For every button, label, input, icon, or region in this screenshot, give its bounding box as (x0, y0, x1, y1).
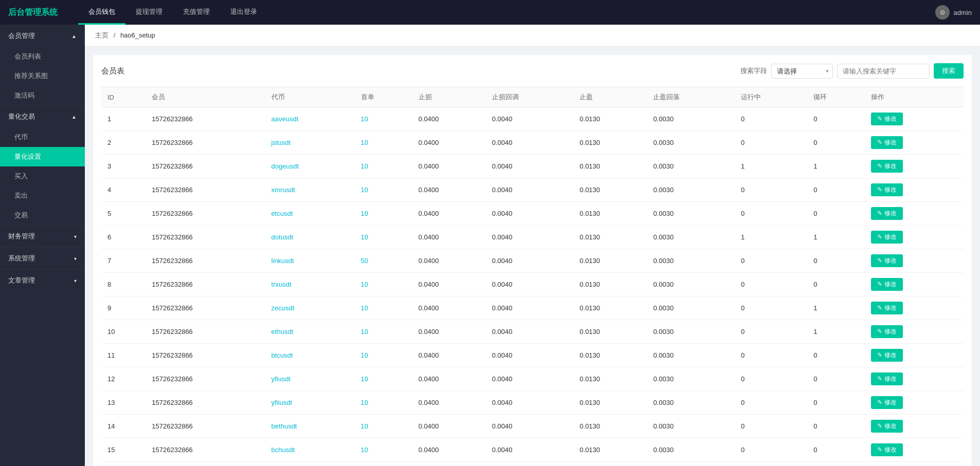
sidebar-group-article[interactable]: 文章管理 ▾ (0, 269, 85, 291)
cell-stop-loss-callback: 0.0040 (486, 415, 574, 438)
cell-id: 9 (101, 296, 146, 320)
cell-first-order: 10 (355, 155, 412, 178)
avatar: ⊙ (935, 5, 950, 20)
table-row: 13 15726232866 yfiiusdt 10 0.0400 0.0040… (101, 391, 964, 415)
cell-take-profit-callback: 0.0030 (647, 415, 735, 438)
cell-stop-loss-callback: 0.0040 (486, 296, 574, 320)
cell-cycle: 1 (807, 320, 865, 344)
sidebar-item-activation-code[interactable]: 激活码 (0, 86, 85, 105)
cell-cycle: 0 (807, 344, 865, 367)
edit-button[interactable]: ✎ 修改 (871, 325, 902, 338)
cell-take-profit: 0.0130 (573, 155, 647, 178)
sidebar: 会员管理 ▲ 会员列表 推荐关系图 激活码 量化交易 ▲ 代币 量化设置 买入 … (0, 25, 85, 466)
cell-stop-loss-callback: 0.0040 (486, 391, 574, 415)
cell-running: 0 (735, 415, 807, 438)
search-input[interactable] (837, 64, 930, 79)
search-button[interactable]: 搜索 (934, 63, 964, 79)
sidebar-group-member[interactable]: 会员管理 ▲ (0, 25, 85, 47)
sidebar-group-system-label: 系统管理 (8, 254, 35, 263)
cell-cycle: 0 (807, 178, 865, 202)
nav-item-wallet[interactable]: 会员钱包 (78, 0, 125, 25)
cell-stop-loss-callback: 0.0040 (486, 178, 574, 202)
cell-action: ✎ 修改 (865, 178, 964, 202)
nav-item-recharge[interactable]: 充值管理 (173, 0, 220, 25)
nav-item-logout[interactable]: 退出登录 (220, 0, 267, 25)
cell-take-profit-callback: 0.0030 (647, 273, 735, 296)
cell-take-profit-callback: 0.0030 (647, 367, 735, 391)
sidebar-group-system-arrow: ▾ (74, 256, 77, 262)
cell-running: 0 (735, 131, 807, 155)
sidebar-item-referral-graph[interactable]: 推荐关系图 (0, 66, 85, 86)
cell-take-profit: 0.0130 (573, 249, 647, 273)
sidebar-group-system[interactable]: 系统管理 ▾ (0, 247, 85, 269)
sidebar-group-finance[interactable]: 财务管理 ▾ (0, 225, 85, 247)
cell-running: 0 (735, 107, 807, 131)
cell-cycle: 0 (807, 107, 865, 131)
sidebar-group-article-arrow: ▾ (74, 278, 77, 284)
cell-running: 0 (735, 367, 807, 391)
sidebar-group-article-label: 文章管理 (8, 276, 35, 285)
cell-action: ✎ 修改 (865, 415, 964, 438)
cell-cycle: 0 (807, 273, 865, 296)
top-nav-items: 会员钱包 提现管理 充值管理 退出登录 (78, 0, 267, 25)
cell-running: 0 (735, 178, 807, 202)
cell-stop-loss-callback: 0.0040 (486, 320, 574, 344)
cell-first-order: 10 (355, 178, 412, 202)
sidebar-item-trade[interactable]: 交易 (0, 206, 85, 225)
col-id: ID (101, 87, 146, 107)
table-row: 3 15726232866 dogeusdt 10 0.0400 0.0040 … (101, 155, 964, 178)
sidebar-item-token[interactable]: 代币 (0, 127, 85, 147)
breadcrumb-home[interactable]: 主页 (95, 31, 108, 39)
cell-cycle: 0 (807, 131, 865, 155)
search-select[interactable]: 请选择 (771, 64, 833, 79)
sidebar-item-buy[interactable]: 买入 (0, 166, 85, 186)
edit-button[interactable]: ✎ 修改 (871, 302, 902, 314)
cell-member: 15726232866 (146, 249, 265, 273)
sidebar-group-quant[interactable]: 量化交易 ▲ (0, 105, 85, 127)
edit-button[interactable]: ✎ 修改 (871, 372, 902, 385)
col-member: 会员 (146, 87, 265, 107)
cell-id: 2 (101, 131, 146, 155)
user-info: ⊙ admin (935, 5, 972, 20)
edit-button[interactable]: ✎ 修改 (871, 278, 902, 291)
col-action: 操作 (865, 87, 964, 107)
cell-running: 0 (735, 249, 807, 273)
edit-button[interactable]: ✎ 修改 (871, 183, 902, 196)
cell-stop-loss: 0.0400 (412, 320, 486, 344)
search-area: 搜索字段 请选择 搜索 (740, 63, 964, 79)
sidebar-group-member-label: 会员管理 (8, 31, 35, 41)
edit-button[interactable]: ✎ 修改 (871, 443, 902, 456)
edit-button[interactable]: ✎ 修改 (871, 207, 902, 220)
col-stop-loss: 止损 (412, 87, 486, 107)
cell-first-order: 10 (355, 344, 412, 367)
sidebar-item-sell[interactable]: 卖出 (0, 186, 85, 206)
cell-stop-loss: 0.0400 (412, 296, 486, 320)
edit-button[interactable]: ✎ 修改 (871, 396, 902, 409)
sidebar-item-member-list[interactable]: 会员列表 (0, 47, 85, 66)
edit-button[interactable]: ✎ 修改 (871, 254, 902, 267)
cell-token: btcusdt (265, 344, 355, 367)
cell-member: 15726232866 (146, 226, 265, 249)
cell-first-order: 10 (355, 273, 412, 296)
nav-item-withdraw[interactable]: 提现管理 (125, 0, 173, 25)
logo: 后台管理系统 (8, 7, 58, 18)
edit-button[interactable]: ✎ 修改 (871, 231, 902, 244)
cell-member: 15726232866 (146, 131, 265, 155)
edit-button[interactable]: ✎ 修改 (871, 136, 902, 149)
cell-token: xmrusdt (265, 178, 355, 202)
edit-button[interactable]: ✎ 修改 (871, 160, 902, 173)
table-row: 1 15726232866 aaveusdt 10 0.0400 0.0040 … (101, 107, 964, 131)
cell-action: ✎ 修改 (865, 344, 964, 367)
cell-member: 15726232866 (146, 202, 265, 226)
cell-running: 1 (735, 226, 807, 249)
cell-take-profit: 0.0130 (573, 178, 647, 202)
edit-button[interactable]: ✎ 修改 (871, 420, 902, 433)
cell-stop-loss: 0.0400 (412, 415, 486, 438)
cell-stop-loss: 0.0400 (412, 131, 486, 155)
sidebar-item-quant-setup[interactable]: 量化设置 (0, 147, 85, 166)
edit-button[interactable]: ✎ 修改 (871, 113, 902, 125)
edit-button[interactable]: ✎ 修改 (871, 349, 902, 362)
cell-cycle: 1 (807, 226, 865, 249)
cell-take-profit: 0.0130 (573, 273, 647, 296)
col-token: 代币 (265, 87, 355, 107)
